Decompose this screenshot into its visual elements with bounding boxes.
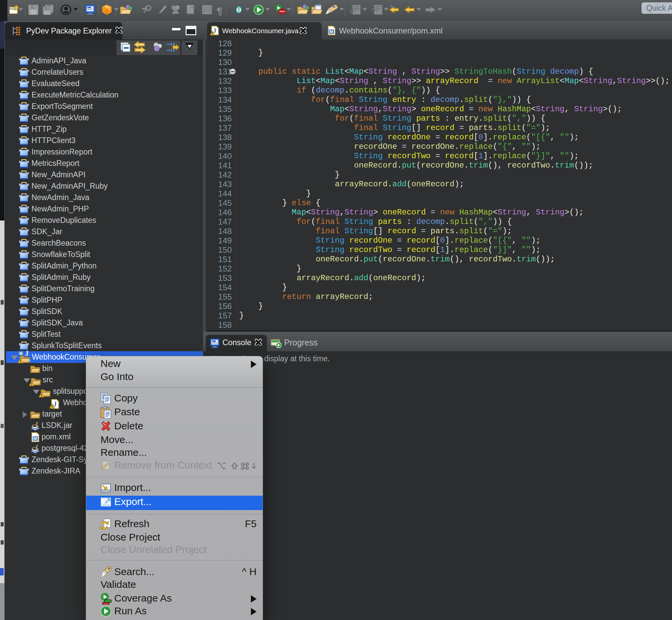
svg-text:M: M [34, 436, 37, 441]
svg-text:M: M [330, 29, 333, 34]
svg-text:M: M [19, 351, 23, 356]
